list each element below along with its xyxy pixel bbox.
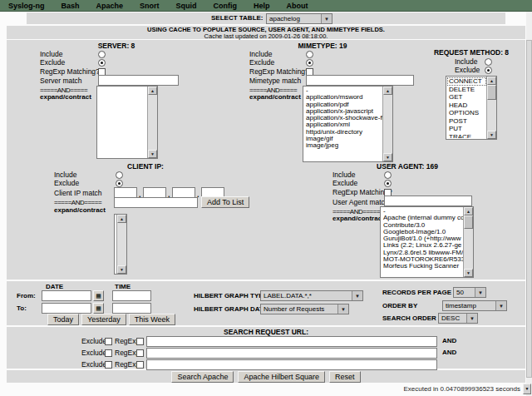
scroll-up-icon[interactable]: ▲ <box>383 87 392 95</box>
request-method-item[interactable]: TRACE <box>447 133 486 139</box>
this-week-button[interactable]: This Week <box>129 314 175 325</box>
chevron-down-icon[interactable]: ▼ <box>475 288 485 297</box>
scroll-down-icon[interactable]: ▼ <box>383 153 392 161</box>
server-list-scrollbar[interactable]: ▲ ▼ <box>147 87 157 158</box>
mimetype-list-scrollbar[interactable]: ▲ ▼ <box>382 87 392 161</box>
menu-squid[interactable]: Squid <box>168 2 205 10</box>
today-button[interactable]: Today <box>47 314 79 325</box>
scroll-down-icon[interactable]: ▼ <box>464 269 473 277</box>
user-agent-match-input[interactable] <box>384 196 472 206</box>
menu-bash[interactable]: Bash <box>53 2 88 10</box>
table-selector-band: SELECT TABLE: apachelog ▼ <box>27 12 505 24</box>
url-exclude-checkbox-3[interactable] <box>105 361 112 369</box>
hilbert-type-select[interactable]: LABEL.DATA.*,* ▼ <box>260 290 363 301</box>
table-select[interactable]: apachelog ▼ <box>266 13 332 24</box>
mimetype-expand-link[interactable]: expand/contract <box>249 93 301 101</box>
client-ip-match-label: Client IP match <box>54 189 101 197</box>
mimetype-exclude-radio[interactable] <box>306 59 313 67</box>
menu-apache[interactable]: Apache <box>88 2 132 10</box>
from-calendar-button[interactable]: ▦ <box>93 290 104 301</box>
server-exclude-radio[interactable] <box>98 59 106 67</box>
search-apache-button[interactable]: Search Apache <box>171 371 234 383</box>
request-method-include-radio[interactable] <box>485 58 492 66</box>
chevron-down-icon[interactable]: ▼ <box>466 314 477 323</box>
scrollbar-thumb[interactable] <box>464 215 473 229</box>
scroll-up-icon[interactable]: ▲ <box>117 215 126 223</box>
request-method-listbox[interactable]: CONNECT DELETE GET HEAD OPTIONS POST PUT… <box>446 76 497 140</box>
hilbert-data-select[interactable]: Number of Requests ▼ <box>260 304 349 314</box>
url-regexp-checkbox-2[interactable] <box>136 349 144 357</box>
request-method-scrollbar[interactable]: ▲ ▼ <box>486 77 496 139</box>
request-method-item[interactable]: OPTIONS <box>447 109 486 117</box>
menu-config[interactable]: Config <box>205 2 246 10</box>
url-exclude-checkbox-2[interactable] <box>105 349 112 357</box>
scroll-up-icon[interactable]: ▲ <box>487 77 496 85</box>
mimetype-match-input[interactable] <box>306 75 414 86</box>
server-listbox[interactable]: ▲ ▼ <box>96 86 158 159</box>
chevron-down-icon[interactable]: ▼ <box>337 304 348 314</box>
chevron-down-icon[interactable]: ▼ <box>321 14 332 23</box>
scroll-down-icon[interactable]: ▼ <box>487 131 496 139</box>
order-by-select[interactable]: timestamp ▼ <box>442 300 507 311</box>
from-time-input[interactable] <box>112 290 151 301</box>
to-time-input[interactable] <box>112 303 151 314</box>
server-include-radio[interactable] <box>98 51 106 58</box>
url-input-2[interactable] <box>146 348 437 359</box>
user-agent-scrollbar[interactable]: ▲ ▼ <box>463 207 473 277</box>
client-ip-exclude-radio[interactable] <box>116 180 123 187</box>
request-method-item[interactable]: HEAD <box>447 101 486 110</box>
user-agent-listbox[interactable]: - Apache (internal dummy con Contribute/… <box>380 206 474 278</box>
yesterday-button[interactable]: Yesterday <box>81 314 126 325</box>
user-agent-include-radio[interactable] <box>384 171 392 179</box>
reset-button[interactable]: Reset <box>329 371 361 383</box>
mimetype-include-radio[interactable] <box>306 51 313 58</box>
request-method-exclude-radio[interactable] <box>485 67 492 74</box>
menu-snort[interactable]: Snort <box>131 2 168 10</box>
menu-about[interactable]: About <box>278 2 317 10</box>
to-calendar-button[interactable]: ▦ <box>93 303 104 314</box>
url-exclude-checkbox-1[interactable] <box>105 338 112 345</box>
request-method-item[interactable]: CONNECT <box>447 77 486 86</box>
scroll-up-icon[interactable]: ▲ <box>464 207 473 215</box>
user-agent-expand-link[interactable]: expand/contract <box>332 215 384 223</box>
client-ip-scrollbar[interactable]: ▲ ▼ <box>116 215 126 274</box>
mimetype-listbox[interactable]: - application/msword application/pdf app… <box>303 86 393 162</box>
scroll-down-icon[interactable]: ▼ <box>117 265 126 274</box>
client-ip-expand-link[interactable]: expand/contract <box>54 206 106 215</box>
scrollbar-thumb[interactable] <box>526 40 532 378</box>
scrollbar-thumb[interactable] <box>487 85 496 100</box>
scroll-down-icon[interactable]: ▼ <box>148 150 157 158</box>
request-method-item[interactable]: POST <box>447 117 486 126</box>
search-order-select[interactable]: DESC ▼ <box>438 313 478 324</box>
mimetype-title: MIMETYPE: 19 <box>248 42 397 50</box>
url-input-3[interactable] <box>146 359 437 370</box>
request-method-item[interactable]: PUT <box>447 125 486 133</box>
server-match-input[interactable] <box>98 75 179 86</box>
user-agent-exclude-radio[interactable] <box>384 180 392 187</box>
url-regexp-checkbox-1[interactable] <box>136 338 144 345</box>
menu-syslog-ng[interactable]: Syslog-ng <box>0 2 53 10</box>
url-input-1[interactable] <box>146 336 437 347</box>
menu-help[interactable]: Help <box>245 2 278 10</box>
url-regexp-checkbox-3[interactable] <box>136 361 144 369</box>
mimetype-list-item[interactable]: image/jpeg <box>304 142 382 149</box>
request-method-item[interactable]: DELETE <box>447 86 486 94</box>
server-expand-link[interactable]: expand/contract <box>40 93 91 101</box>
page-scroll-down-button[interactable]: ▼ <box>523 384 531 394</box>
client-ip-title: CLIENT IP: <box>47 162 244 171</box>
from-date-input[interactable] <box>42 290 91 301</box>
add-to-list-button[interactable]: Add To List <box>201 196 249 208</box>
request-method-item[interactable]: GET <box>447 93 486 101</box>
records-per-page-select[interactable]: 50 ▼ <box>453 287 486 298</box>
client-ip-include-radio[interactable] <box>116 171 123 179</box>
client-ip-listbox[interactable]: ▲ ▼ <box>114 214 127 275</box>
search-order-value: DESC <box>439 314 466 323</box>
chevron-down-icon[interactable]: ▼ <box>495 301 506 310</box>
chevron-down-icon[interactable]: ▼ <box>352 291 362 300</box>
client-ip-and-input[interactable] <box>114 197 198 208</box>
user-agent-item[interactable]: Morfeus Fucking Scanner <box>382 263 463 270</box>
to-date-input[interactable] <box>42 303 91 314</box>
apache-hilbert-square-button[interactable]: Apache Hilbert Square <box>238 371 325 383</box>
page-scrollbar[interactable] <box>526 12 532 396</box>
scroll-up-icon[interactable]: ▲ <box>148 87 157 95</box>
